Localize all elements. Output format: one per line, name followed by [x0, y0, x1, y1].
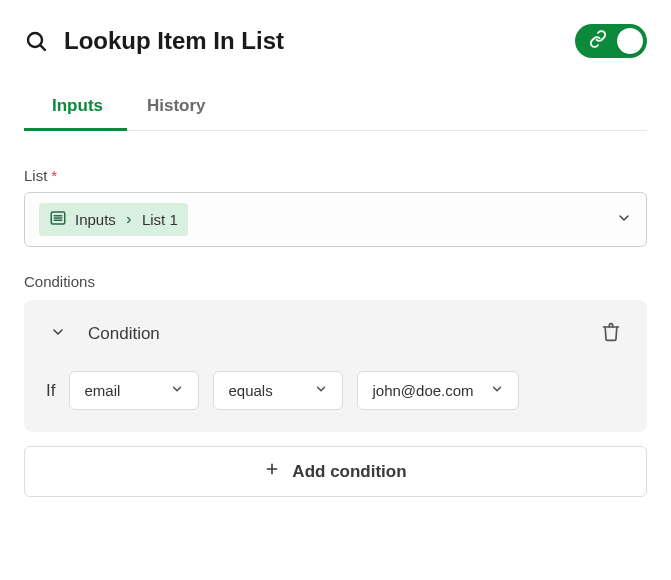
add-condition-button[interactable]: Add condition [24, 446, 647, 497]
breadcrumb-part-2: List 1 [142, 211, 178, 228]
condition-field-select[interactable]: email [69, 371, 199, 410]
trash-icon [601, 322, 621, 345]
condition-title: Condition [88, 324, 160, 344]
header-left: Lookup Item In List [24, 27, 284, 55]
condition-value-select[interactable]: john@doe.com [357, 371, 518, 410]
page-title: Lookup Item In List [64, 27, 284, 55]
delete-condition-button[interactable] [597, 318, 625, 349]
collapse-condition-button[interactable] [46, 320, 70, 347]
if-label: If [46, 381, 55, 401]
list-icon [49, 209, 67, 230]
condition-operator-value: equals [228, 382, 272, 399]
breadcrumb-separator-icon [124, 211, 134, 228]
required-marker: * [51, 167, 57, 184]
chevron-down-icon [170, 382, 184, 399]
plus-icon [264, 461, 280, 482]
condition-header: Condition [46, 318, 625, 349]
condition-value: john@doe.com [372, 382, 473, 399]
condition-operator-select[interactable]: equals [213, 371, 343, 410]
link-icon [589, 30, 607, 52]
header: Lookup Item In List [24, 24, 647, 58]
list-input[interactable]: Inputs List 1 [24, 192, 647, 247]
condition-row: If email equals john@doe.com [46, 371, 625, 410]
chevron-down-icon [490, 382, 504, 399]
toggle-knob [617, 28, 643, 54]
list-breadcrumb-chip: Inputs List 1 [39, 203, 188, 236]
condition-header-left: Condition [46, 320, 160, 347]
conditions-panel: Condition If email equals john@doe.com [24, 300, 647, 432]
list-label-text: List [24, 167, 47, 184]
tabs: Inputs History [24, 86, 647, 131]
tab-inputs[interactable]: Inputs [48, 86, 107, 130]
list-field-label: List* [24, 167, 647, 184]
chevron-down-icon [314, 382, 328, 399]
chevron-down-icon [616, 210, 632, 230]
svg-line-1 [40, 45, 45, 50]
chevron-down-icon [50, 324, 66, 343]
add-condition-label: Add condition [292, 462, 406, 482]
breadcrumb-part-1: Inputs [75, 211, 116, 228]
conditions-label: Conditions [24, 273, 647, 290]
tab-history[interactable]: History [143, 86, 210, 130]
live-toggle[interactable] [575, 24, 647, 58]
search-icon [24, 29, 48, 53]
condition-field-value: email [84, 382, 120, 399]
